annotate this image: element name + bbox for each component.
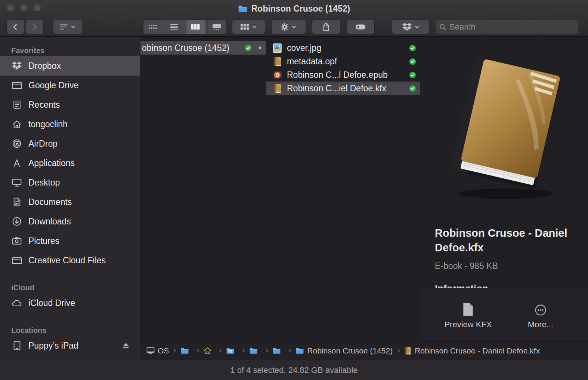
folder-icon [249, 347, 258, 354]
status-bar: 1 of 4 selected, 24.82 GB available [0, 360, 588, 380]
ebook-file-icon [272, 83, 282, 94]
back-button[interactable] [7, 20, 24, 34]
dropbox-synced-badge-icon [409, 58, 416, 65]
column-files: cover.jpg metadata.opf Robinson C...l De… [266, 37, 420, 341]
sidebar-item-ipad[interactable]: Puppy’s iPad [0, 336, 140, 355]
folder-icon [180, 347, 189, 354]
path-item-folder-3[interactable] [272, 347, 284, 354]
file-row-metadata-opf[interactable]: metadata.opf [266, 55, 420, 68]
grouping-lines-icon [60, 24, 68, 30]
sidebar-item-icloud-drive[interactable]: iCloud Drive [0, 293, 140, 313]
folder-icon [11, 255, 22, 266]
image-file-icon [272, 43, 282, 53]
desktop-icon [11, 177, 22, 188]
document-icon [462, 300, 474, 316]
dropbox-icon [11, 61, 22, 71]
window-title: Robinson Crusoe (1452) [0, 0, 588, 17]
column-view-button[interactable] [186, 20, 205, 34]
list-view-button[interactable] [165, 20, 183, 34]
chevron-down-icon [291, 24, 297, 30]
search-input[interactable] [449, 22, 575, 32]
preview-file-meta: E-book - 985 KB [435, 261, 579, 271]
downloads-icon [11, 216, 22, 227]
icon-view-grid-icon [148, 24, 157, 30]
sidebar-section-locations: Locations [0, 325, 140, 335]
column-parent: obinson Crusoe (1452) [140, 37, 266, 341]
sidebar-item-desktop[interactable]: Desktop [0, 173, 140, 192]
ipad-icon [11, 340, 22, 351]
sidebar-item-dropbox[interactable]: Dropbox [0, 56, 140, 76]
ellipsis-circle-icon [535, 300, 547, 316]
camera-icon [11, 236, 22, 246]
epub-file-icon [272, 70, 282, 80]
ebook-preview-icon [445, 55, 564, 204]
dropbox-folder-icon [226, 347, 235, 354]
search-icon [439, 24, 446, 31]
path-item-os[interactable]: OS [146, 346, 169, 355]
share-button[interactable] [312, 20, 340, 34]
chevron-right-icon [218, 348, 223, 353]
chevron-down-icon [71, 24, 76, 30]
chevron-right-icon [241, 348, 246, 353]
chevron-right-icon [264, 348, 269, 353]
path-item-home[interactable] [204, 347, 214, 355]
path-item-folder-1[interactable] [180, 347, 192, 354]
sidebar-item-pictures[interactable]: Pictures [0, 231, 140, 251]
home-icon [11, 119, 22, 129]
preview-kfx-button[interactable]: Preview KFX [440, 300, 496, 330]
dropbox-icon [402, 23, 412, 31]
recents-icon [11, 99, 22, 110]
folder-row-robinson-crusoe[interactable]: obinson Crusoe (1452) [140, 41, 266, 55]
status-text: 1 of 4 selected, 24.82 GB available [230, 365, 358, 375]
sidebar-item-google-drive[interactable]: Google Drive [0, 76, 140, 95]
sidebar-section-icloud: iCloud [0, 283, 140, 292]
sidebar-item-documents[interactable]: Documents [0, 192, 140, 212]
path-item-kfx-file[interactable]: Robinson Crusoe - Daniel Defoe.kfx [404, 346, 540, 355]
search-field[interactable] [436, 20, 578, 34]
gear-icon [281, 23, 289, 31]
group-dropdown-button[interactable] [232, 20, 265, 34]
sidebar: Favorites Dropbox Google Drive Recents t… [0, 37, 140, 360]
path-item-robinson-crusoe-folder[interactable]: Robinson Crusoe (1452) [295, 346, 393, 355]
column-view-icon [191, 24, 200, 30]
folder-icon [11, 80, 22, 91]
file-row-cover-jpg[interactable]: cover.jpg [266, 41, 420, 55]
ebook-file-icon [272, 56, 282, 67]
list-view-icon [170, 24, 178, 30]
home-icon [204, 347, 211, 355]
action-dropdown-button[interactable] [272, 20, 306, 34]
sidebar-item-recents[interactable]: Recents [0, 95, 140, 114]
chevron-down-icon [252, 24, 257, 30]
arrange-dropdown-button[interactable] [53, 20, 82, 34]
file-row-epub[interactable]: Robinson C...l Defoe.epub [266, 68, 420, 82]
sidebar-item-partial[interactable] [0, 355, 140, 360]
window-title-text: Robinson Crusoe (1452) [251, 4, 350, 14]
chevron-right-icon [287, 348, 292, 353]
dropbox-actions-dropdown-button[interactable] [392, 20, 429, 34]
sidebar-item-applications[interactable]: Applications [0, 153, 140, 173]
tag-icon [355, 24, 366, 30]
more-actions-button[interactable]: More... [513, 300, 569, 330]
chevron-right-icon [396, 348, 401, 353]
icon-view-button[interactable] [143, 20, 162, 34]
forward-button[interactable] [26, 20, 43, 34]
sidebar-item-airdrop[interactable]: AirDrop [0, 134, 140, 153]
preview-pane: Robinson Crusoe - Daniel Defoe.kfx E-boo… [421, 37, 588, 341]
sidebar-item-home[interactable]: tongoclinh [0, 114, 140, 134]
file-row-kfx[interactable]: Robinson C...iel Defoe.kfx [266, 82, 420, 95]
sidebar-section-favorites: Favorites [0, 46, 140, 55]
cloud-icon [11, 298, 22, 308]
eject-button[interactable] [122, 342, 130, 349]
dropbox-synced-badge-icon [409, 45, 416, 52]
dropbox-synced-badge-icon [409, 71, 416, 79]
chevron-right-icon [195, 348, 200, 353]
ebook-file-icon [404, 347, 412, 355]
path-item-dropbox-folder[interactable] [226, 347, 238, 354]
dropbox-synced-badge-icon [245, 45, 252, 52]
sidebar-item-downloads[interactable]: Downloads [0, 212, 140, 231]
gallery-view-button[interactable] [207, 20, 226, 34]
tags-button[interactable] [347, 20, 374, 34]
path-item-folder-2[interactable] [249, 347, 261, 354]
sidebar-item-creative-cloud-files[interactable]: Creative Cloud Files [0, 251, 140, 270]
folder-icon [272, 347, 281, 354]
